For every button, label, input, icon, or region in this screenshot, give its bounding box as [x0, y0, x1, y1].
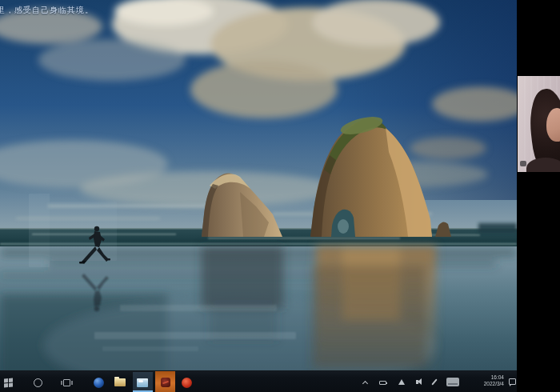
taskbar: 16:04 2022/3/4 [0, 370, 517, 392]
blue-app-icon [94, 378, 104, 388]
task-view-icon [63, 379, 70, 386]
shared-desktop: 里，感受自己身临其境。 [0, 0, 517, 392]
folder-icon [114, 378, 126, 386]
ghost-overlay [120, 305, 277, 311]
ghost-overlay [102, 346, 198, 351]
video-sidebar [517, 0, 560, 392]
taskbar-app-blue[interactable] [93, 377, 104, 388]
volume-icon[interactable] [416, 380, 418, 384]
clock-date: 2022/3/4 [472, 381, 504, 387]
ghost-overlay [29, 194, 50, 267]
taskbar-meeting-app[interactable] [160, 377, 171, 388]
clock-time: 16:04 [472, 374, 504, 381]
ghost-overlay [94, 332, 296, 339]
screen-capture: 里，感受自己身临其境。 [0, 0, 560, 392]
battery-icon[interactable] [379, 381, 386, 385]
ghost-overlay [50, 202, 117, 261]
taskbar-file-explorer[interactable] [114, 377, 126, 388]
action-center-icon[interactable] [509, 378, 516, 385]
start-button[interactable] [2, 377, 14, 388]
mic-icon [520, 161, 526, 166]
pen-icon[interactable] [431, 378, 437, 385]
taskbar-photos-app[interactable] [137, 377, 148, 388]
red-app-icon [182, 378, 192, 388]
participant-video-tile[interactable] [518, 76, 560, 172]
participant-shoulder [526, 158, 560, 172]
windows-logo-icon [4, 378, 13, 387]
hidden-icons-chevron-icon[interactable] [362, 381, 368, 386]
ime-keyboard-icon[interactable] [446, 378, 459, 386]
network-icon[interactable] [398, 379, 405, 385]
spotlight-caption: 里，感受自己身临其境。 [0, 5, 141, 16]
task-view-button[interactable] [61, 377, 72, 388]
taskbar-clock[interactable]: 16:04 2022/3/4 [472, 374, 504, 387]
photo-thumbnail-icon [137, 378, 148, 387]
participant-face [546, 108, 560, 142]
cortana-circle-icon [34, 378, 42, 387]
maroon-app-icon [161, 378, 170, 387]
search-button[interactable] [32, 377, 43, 388]
taskbar-media-app[interactable] [181, 377, 192, 388]
system-tray: 16:04 2022/3/4 [357, 371, 517, 392]
